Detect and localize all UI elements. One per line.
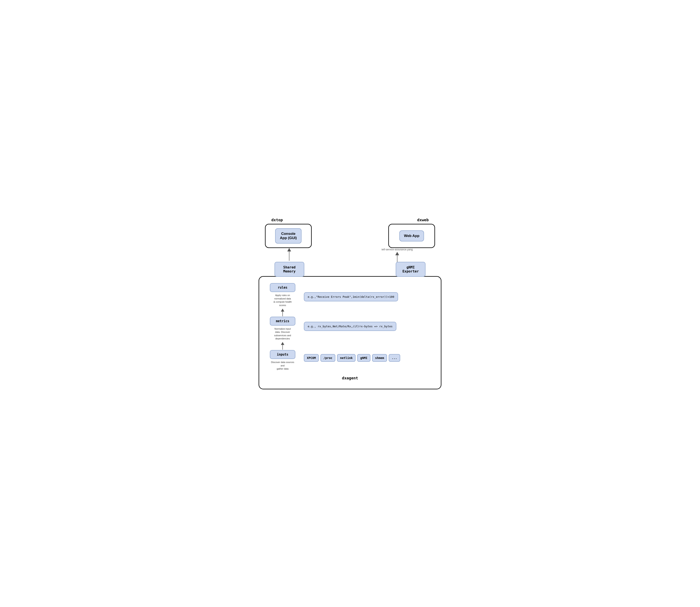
dxtop-label: dxtop xyxy=(271,218,283,222)
arrow-shaft-left xyxy=(289,251,289,261)
dxweb-box: Web App xyxy=(388,224,435,248)
metrics-box: metrics xyxy=(270,317,295,326)
input-chip: XPCOM xyxy=(304,354,319,362)
rules-item: rules Apply rules on normalized data & c… xyxy=(266,283,300,308)
metrics-example-row: e.g., rx_bytes,Net/Rate/Rx,/if/rx-bytes … xyxy=(304,313,434,342)
rules-example-box: e.g.,"Receive Errors Peak",1min(delta(rx… xyxy=(304,292,398,301)
metrics-item: metrics Normalize input data. Discover s… xyxy=(266,317,300,342)
input-chip: shmem xyxy=(372,354,387,362)
dxagent-label: dxagent xyxy=(266,376,434,380)
shared-gnmi-row: Shared Memory gNMI Exporter xyxy=(259,262,441,277)
input-chip: ... xyxy=(389,354,400,362)
dxweb-label: dxweb xyxy=(417,218,429,222)
inputs-example-row: XPCOM/procnetlinkgNMIshmem... xyxy=(304,342,434,372)
left-column: rules Apply rules on normalized data & c… xyxy=(266,283,300,372)
input-chip: netlink xyxy=(337,354,355,362)
right-column: e.g.,"Receive Errors Peak",1min(delta(rx… xyxy=(304,283,434,372)
arrow-head-right xyxy=(395,252,399,255)
input-chip: /proc xyxy=(321,354,335,362)
rules-box: rules xyxy=(270,283,295,292)
arrow-shaft-m-r xyxy=(282,312,283,316)
arrow-head-i-m xyxy=(281,342,284,345)
metrics-to-rules-arrow xyxy=(281,309,284,316)
inputs-box: inputs xyxy=(270,350,295,359)
top-labels: dxtop dxweb xyxy=(259,218,441,224)
dxagent-inner: rules Apply rules on normalized data & c… xyxy=(266,283,434,372)
arrow-shaft-i-m xyxy=(282,345,283,350)
inputs-annotation: Discover data sources and gather data xyxy=(269,361,296,371)
rules-example-row: e.g.,"Receive Errors Peak",1min(delta(rx… xyxy=(304,283,434,313)
web-app-box: Web App xyxy=(399,230,424,242)
top-boxes: Console App (GUI) Web App xyxy=(259,224,441,248)
dxagent-box: rules Apply rules on normalized data & c… xyxy=(259,276,441,389)
arrow-head-m-r xyxy=(281,309,284,312)
input-chip: gNMI xyxy=(357,354,370,362)
gnmi-annotation: ietf-service-assurance.yang xyxy=(382,248,413,251)
shared-memory-box: Shared Memory xyxy=(274,262,304,277)
inputs-item: inputs Discover data sources and gather … xyxy=(266,350,300,372)
dxtop-box: Console App (GUI) xyxy=(265,224,312,248)
metrics-annotation: Normalize input data. Discover subservic… xyxy=(269,327,296,340)
top-arrows: ietf-service-assurance.yang xyxy=(259,248,441,262)
gnmi-exporter-box: gNMI Exporter xyxy=(396,262,426,277)
arrow-head-left xyxy=(287,248,291,251)
diagram-wrapper: dxtop dxweb Console App (GUI) Web App ie… xyxy=(259,218,441,389)
dxtop-arrow xyxy=(287,248,291,261)
inputs-chips-row: XPCOM/procnetlinkgNMIshmem... xyxy=(304,354,400,362)
console-app-box: Console App (GUI) xyxy=(275,228,301,244)
metrics-example-box: e.g., rx_bytes,Net/Rate/Rx,/if/rx-bytes … xyxy=(304,322,396,331)
inputs-to-metrics-arrow xyxy=(281,342,284,350)
rules-annotation: Apply rules on normalized data & compute… xyxy=(269,294,296,307)
